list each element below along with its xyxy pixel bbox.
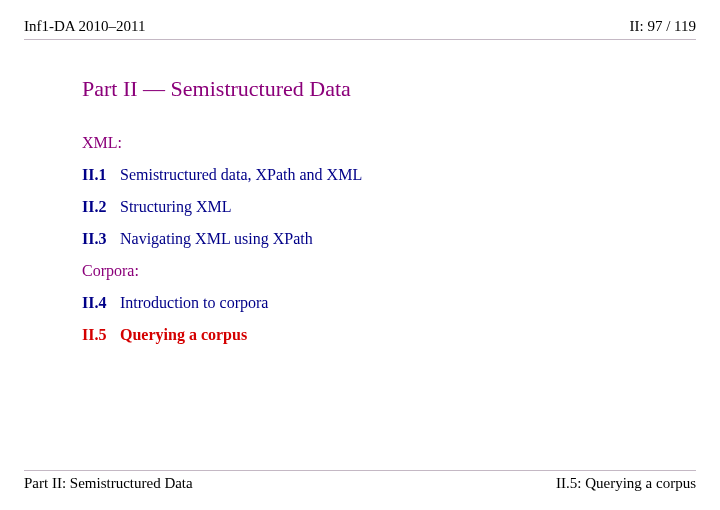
footer-right: II.5: Querying a corpus xyxy=(556,475,696,492)
toc-item-current: II.5 Querying a corpus xyxy=(82,326,660,344)
toc-item-num: II.3 xyxy=(82,230,116,248)
slide-page: Inf1-DA 2010–2011 II: 97 / 119 Part II —… xyxy=(0,0,720,510)
toc-item-text: Semistructured data, XPath and XML xyxy=(120,166,362,183)
section-label-xml: XML: xyxy=(82,134,660,152)
toc-item-num: II.5 xyxy=(82,326,116,344)
toc-item: II.1 Semistructured data, XPath and XML xyxy=(82,166,660,184)
toc-item: II.4 Introduction to corpora xyxy=(82,294,660,312)
header-right: II: 97 / 119 xyxy=(629,18,696,35)
footer-left: Part II: Semistructured Data xyxy=(24,475,193,492)
toc-item: II.2 Structuring XML xyxy=(82,198,660,216)
toc-item: II.3 Navigating XML using XPath xyxy=(82,230,660,248)
slide-title: Part II — Semistructured Data xyxy=(82,76,351,102)
toc-item-num: II.1 xyxy=(82,166,116,184)
toc-item-text: Introduction to corpora xyxy=(120,294,268,311)
slide-footer: Part II: Semistructured Data II.5: Query… xyxy=(24,470,696,492)
slide-header: Inf1-DA 2010–2011 II: 97 / 119 xyxy=(24,18,696,40)
header-left: Inf1-DA 2010–2011 xyxy=(24,18,146,35)
toc-item-text: Querying a corpus xyxy=(120,326,247,343)
toc-item-text: Navigating XML using XPath xyxy=(120,230,313,247)
toc-item-text: Structuring XML xyxy=(120,198,232,215)
slide-content: XML: II.1 Semistructured data, XPath and… xyxy=(82,130,660,358)
section-label-corpora: Corpora: xyxy=(82,262,660,280)
toc-item-num: II.2 xyxy=(82,198,116,216)
toc-item-num: II.4 xyxy=(82,294,116,312)
